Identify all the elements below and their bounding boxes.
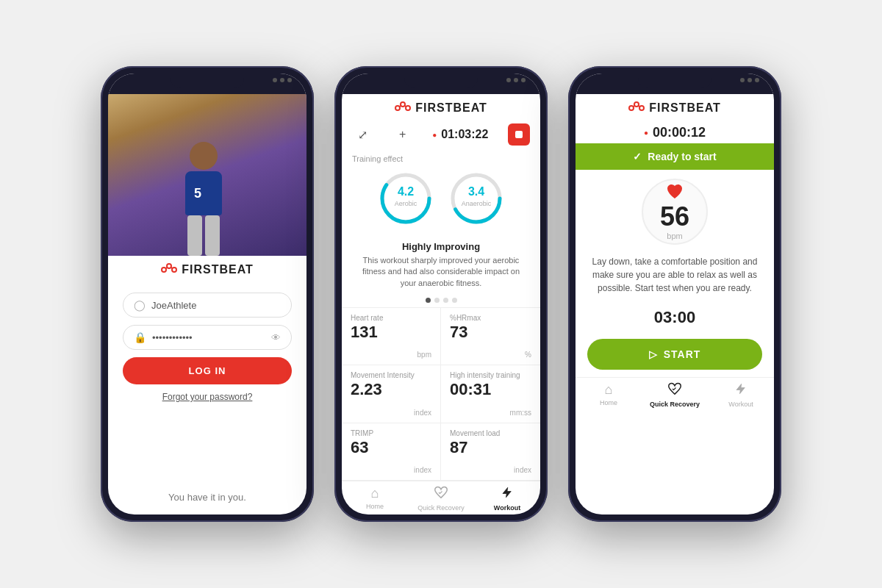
status-dot	[747, 78, 752, 82]
stat-name-hrmax: %HRmax	[450, 314, 531, 322]
status-dot	[521, 78, 526, 82]
nav-workout-3[interactable]: Workout	[708, 382, 774, 408]
start-label: START	[664, 348, 701, 360]
status-dot	[280, 78, 284, 82]
user-icon: ◯	[134, 299, 146, 311]
tagline: You have it in you.	[108, 484, 306, 514]
nav-workout-2[interactable]: Workout	[474, 486, 540, 512]
stat-unit-ml: index	[450, 466, 531, 474]
nav-label-recovery-3: Quick Recovery	[650, 401, 700, 408]
stop-button[interactable]	[508, 123, 530, 146]
status-dot	[514, 78, 518, 82]
username-text: JoeAthlete	[151, 300, 281, 311]
stats-grid: Heart rate 131 bpm %HRmax 73 % Movement …	[342, 307, 540, 481]
training-effect-section: Training effect 4.2 Aerobic	[342, 150, 540, 235]
home-icon-2: ⌂	[371, 486, 379, 501]
notch-bar-2	[342, 74, 540, 94]
carousel-dot-1[interactable]	[426, 298, 431, 303]
ready-text: Ready to start	[648, 151, 716, 162]
play-icon: ▷	[649, 348, 658, 360]
training-effect-label: Training effect	[352, 154, 530, 163]
nav-label-workout-2: Workout	[494, 504, 520, 512]
password-text: ••••••••••••	[152, 332, 265, 343]
nav-recovery-3[interactable]: Quick Recovery	[642, 382, 708, 408]
anaerobic-circle: 3.4 Anaerobic	[447, 169, 506, 228]
stat-value-hr: 131	[351, 323, 431, 341]
workout-screen: FIRSTBEAT ⤢ + ● 01:03:22 Training	[342, 94, 540, 514]
timer-value: 01:03:22	[441, 128, 488, 141]
player-legs	[185, 215, 222, 256]
notch-3	[638, 74, 711, 88]
circles-row: 4.2 Aerobic 3.4 Anaerobic	[352, 169, 530, 228]
nav-recovery-2[interactable]: Quick Recovery	[408, 486, 474, 512]
stat-unit-hrmax: %	[450, 351, 531, 359]
logo-icon-1	[161, 263, 177, 276]
workout-header: ⤢ + ● 01:03:22	[342, 119, 540, 150]
aerobic-circle: 4.2 Aerobic	[376, 169, 435, 228]
status-dots-3	[740, 78, 759, 82]
logo-icon-2	[395, 101, 411, 115]
stat-name-ml: Movement load	[450, 429, 531, 437]
recording-dot: ●	[432, 131, 437, 139]
recording-dot-3: ●	[644, 129, 648, 137]
player-torso: 5	[185, 171, 222, 215]
phones-container: 5	[101, 66, 781, 522]
svg-text:3.4: 3.4	[468, 185, 484, 198]
workout-timer: ● 01:03:22	[432, 128, 488, 141]
stop-icon	[515, 131, 523, 138]
firstbeat-logo-1: FIRSTBEAT	[108, 256, 306, 281]
login-screen: 5	[108, 94, 306, 514]
home-icon-3: ⌂	[605, 382, 613, 398]
recovery-timer: ● 00:00:12	[586, 125, 764, 140]
heart-icon	[666, 184, 684, 204]
svg-text:4.2: 4.2	[398, 185, 414, 198]
phone-recovery: FIRSTBEAT ● 00:00:12 ✓ Ready to start	[568, 66, 781, 522]
player-leg-right	[205, 215, 220, 256]
notch-bar-3	[576, 74, 774, 94]
svg-line-9	[400, 106, 401, 107]
stat-heart-rate: Heart rate 131 bpm	[342, 308, 441, 365]
password-field[interactable]: 🔒 •••••••••••• 👁	[123, 325, 292, 350]
status-dot	[740, 78, 745, 82]
carousel-dot-4[interactable]	[452, 298, 457, 303]
athlete-image: 5	[108, 94, 306, 256]
svg-text:Aerobic: Aerobic	[395, 200, 417, 207]
stat-value-ml: 87	[450, 439, 531, 456]
login-button[interactable]: LOG IN	[123, 357, 292, 384]
bpm-label: bpm	[667, 232, 682, 240]
stat-name-hi: High intensity training	[450, 371, 531, 379]
carousel-dot-3[interactable]	[443, 298, 448, 303]
carousel-dot-2[interactable]	[434, 298, 440, 303]
forgot-password-link[interactable]: Forgot your password?	[123, 392, 292, 402]
username-field[interactable]: ◯ JoeAthlete	[123, 293, 292, 318]
stat-hrmax: %HRmax 73 %	[441, 308, 540, 365]
nav-label-home-3: Home	[600, 399, 617, 406]
checkmark-icon: ✓	[633, 151, 642, 162]
phone-workout: FIRSTBEAT ⤢ + ● 01:03:22 Training	[334, 66, 548, 522]
status-dot	[287, 78, 292, 82]
svg-line-22	[634, 106, 635, 107]
status-dots-1	[273, 78, 292, 82]
logo-text-3: FIRSTBEAT	[649, 101, 721, 115]
add-button[interactable]: +	[392, 124, 413, 145]
player-body: 5	[185, 142, 222, 256]
stat-name-movement: Movement Intensity	[351, 371, 431, 379]
recovery-screen: FIRSTBEAT ● 00:00:12 ✓ Ready to start	[576, 94, 774, 514]
start-button[interactable]: ▷ START	[587, 339, 762, 370]
nav-home-2[interactable]: ⌂ Home	[342, 486, 408, 512]
eye-icon[interactable]: 👁	[271, 332, 281, 343]
notch-bar-1	[108, 74, 306, 94]
stat-trimp: TRIMP 63 index	[342, 423, 441, 481]
nav-home-3[interactable]: ⌂ Home	[576, 382, 642, 408]
svg-line-23	[639, 106, 640, 107]
notch-2	[404, 74, 478, 88]
bottom-nav-2: ⌂ Home Quick Recovery	[342, 481, 540, 514]
bpm-value: 56	[660, 204, 689, 230]
stat-unit-hi: mm:ss	[450, 409, 531, 417]
expand-button[interactable]: ⤢	[352, 124, 373, 145]
aerobic-widget: 4.2 Aerobic	[376, 169, 435, 228]
workout-icon-3	[734, 382, 747, 399]
nav-label-home-2: Home	[366, 503, 384, 510]
ready-banner: ✓ Ready to start	[576, 143, 774, 170]
jersey-svg: 5	[185, 171, 222, 208]
